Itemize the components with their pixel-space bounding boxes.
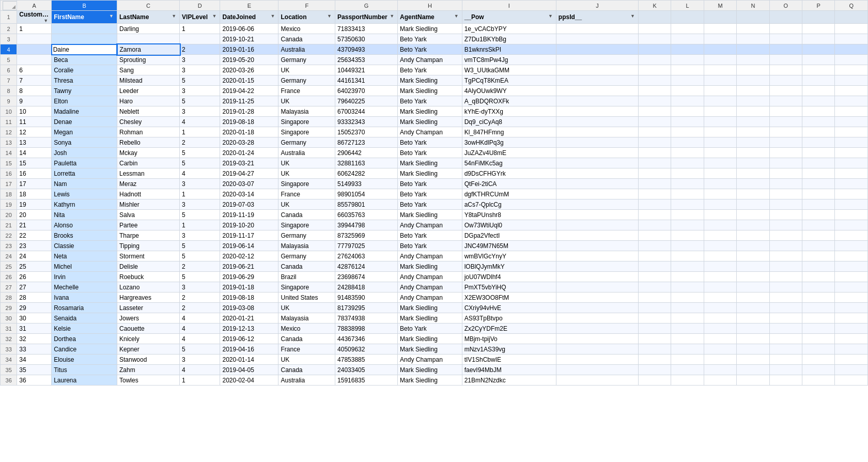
cell-r17-c9[interactable]: QtFei-2tiCA xyxy=(462,179,556,189)
cell-r24-c11[interactable] xyxy=(638,251,671,261)
cell-r9-c17[interactable] xyxy=(835,96,868,106)
col-header-F[interactable]: F xyxy=(278,1,335,11)
row-num-9[interactable]: 9 xyxy=(1,96,17,106)
col-header-C[interactable]: C xyxy=(117,1,180,11)
cell-r19-c5[interactable]: 2019-07-03 xyxy=(220,199,278,210)
cell-r29-c15[interactable] xyxy=(769,303,802,313)
cell-r17-c17[interactable] xyxy=(835,179,868,189)
cell-r28-c8[interactable]: Andy Champan xyxy=(398,292,462,303)
cell-r19-c12[interactable] xyxy=(671,199,704,210)
cell-r18-c15[interactable] xyxy=(769,189,802,199)
cell-r5-c3[interactable]: Sprouting xyxy=(117,55,180,65)
cell-r6-c6[interactable]: UK xyxy=(278,65,335,75)
cell-r17-c10[interactable] xyxy=(556,179,638,189)
cell-r24-c6[interactable]: Germany xyxy=(278,251,335,261)
cell-r15-c11[interactable] xyxy=(638,158,671,168)
cell-r21-c1[interactable]: 21 xyxy=(17,220,52,230)
row-num-26[interactable]: 26 xyxy=(1,272,17,282)
cell-r20-c3[interactable]: Salva xyxy=(117,210,180,220)
cell-r3-c2[interactable] xyxy=(52,34,117,44)
col-header-G[interactable]: G xyxy=(335,1,398,11)
cell-r33-c2[interactable]: Candice xyxy=(52,344,117,355)
cell-r7-c5[interactable]: 2020-01-15 xyxy=(220,75,278,86)
cell-r8-c8[interactable]: Mark Siedling xyxy=(398,86,462,96)
cell-r26-c5[interactable]: 2019-06-29 xyxy=(220,272,278,282)
cell-r6-c2[interactable]: Coralie xyxy=(52,65,117,75)
cell-r3-c7[interactable]: 57350630 xyxy=(335,34,398,44)
cell-r12-c4[interactable]: 1 xyxy=(180,127,220,137)
col-header-Q[interactable]: Q xyxy=(835,1,868,11)
cell-r36-c6[interactable]: Australia xyxy=(278,375,335,386)
row-num-27[interactable]: 27 xyxy=(1,282,17,292)
cell-r30-c11[interactable] xyxy=(638,313,671,324)
row-num-31[interactable]: 31 xyxy=(1,324,17,334)
cell-r15-c2[interactable]: Pauletta xyxy=(52,158,117,168)
cell-r23-c14[interactable] xyxy=(737,241,769,251)
cell-r3-c17[interactable] xyxy=(835,34,868,44)
cell-r4-c3[interactable]: Zamora xyxy=(117,44,180,55)
cell-r2-c4[interactable]: 1 xyxy=(180,24,220,34)
cell-r30-c9[interactable]: AS93TpBtvpo xyxy=(462,313,556,324)
cell-r22-c2[interactable]: Brooks xyxy=(52,230,117,241)
cell-r3-c5[interactable]: 2019-10-21 xyxy=(220,34,278,44)
cell-r8-c3[interactable]: Leeder xyxy=(117,86,180,96)
cell-r36-c15[interactable] xyxy=(769,375,802,386)
header-LastName[interactable]: LastName ▼ xyxy=(117,11,180,24)
cell-r10-c7[interactable]: 67003244 xyxy=(335,106,398,117)
cell-r26-c12[interactable] xyxy=(671,272,704,282)
cell-r12-c9[interactable]: Kl_847HFmng xyxy=(462,127,556,137)
cell-r31-c11[interactable] xyxy=(638,324,671,334)
cell-r26-c4[interactable]: 5 xyxy=(180,272,220,282)
cell-r11-c6[interactable]: Singapore xyxy=(278,117,335,127)
cell-r34-c4[interactable]: 3 xyxy=(180,355,220,365)
cell-r23-c11[interactable] xyxy=(638,241,671,251)
cell-r16-c2[interactable]: Lorretta xyxy=(52,168,117,179)
cell-r20-c2[interactable]: Nita xyxy=(52,210,117,220)
cell-r14-c11[interactable] xyxy=(638,148,671,158)
cell-r16-c13[interactable] xyxy=(704,168,736,179)
cell-r11-c10[interactable] xyxy=(556,117,638,127)
cell-r32-c12[interactable] xyxy=(671,334,704,344)
cell-r15-c6[interactable]: UK xyxy=(278,158,335,168)
cell-r16-c11[interactable] xyxy=(638,168,671,179)
row-num-8[interactable]: 8 xyxy=(1,86,17,96)
cell-r13-c14[interactable] xyxy=(737,137,769,148)
cell-r27-c4[interactable]: 3 xyxy=(180,282,220,292)
cell-r13-c3[interactable]: Rebello xyxy=(117,137,180,148)
cell-r11-c7[interactable]: 93332343 xyxy=(335,117,398,127)
cell-r4-c11[interactable] xyxy=(638,44,671,55)
cell-r23-c4[interactable]: 5 xyxy=(180,241,220,251)
cell-r8-c16[interactable] xyxy=(802,86,835,96)
cell-r25-c10[interactable] xyxy=(556,261,638,272)
cell-r6-c8[interactable]: Beto Yark xyxy=(398,65,462,75)
cell-r36-c13[interactable] xyxy=(704,375,736,386)
cell-r21-c11[interactable] xyxy=(638,220,671,230)
row-num-17[interactable]: 17 xyxy=(1,179,17,189)
cell-r27-c2[interactable]: Mechelle xyxy=(52,282,117,292)
cell-r13-c5[interactable]: 2020-03-28 xyxy=(220,137,278,148)
cell-r34-c10[interactable] xyxy=(556,355,638,365)
cell-r22-c9[interactable]: DGpa2VfectI xyxy=(462,230,556,241)
cell-r13-c4[interactable]: 2 xyxy=(180,137,220,148)
cell-r2-c10[interactable] xyxy=(556,24,638,34)
cell-r34-c16[interactable] xyxy=(802,355,835,365)
cell-r11-c15[interactable] xyxy=(769,117,802,127)
cell-r6-c10[interactable] xyxy=(556,65,638,75)
cell-r23-c15[interactable] xyxy=(769,241,802,251)
cell-r22-c4[interactable]: 3 xyxy=(180,230,220,241)
cell-r34-c17[interactable] xyxy=(835,355,868,365)
cell-r10-c2[interactable]: Madaline xyxy=(52,106,117,117)
header-N[interactable] xyxy=(737,11,769,24)
cell-r22-c6[interactable]: Germany xyxy=(278,230,335,241)
cell-r9-c5[interactable]: 2019-11-25 xyxy=(220,96,278,106)
cell-r2-c15[interactable] xyxy=(769,24,802,34)
cell-r7-c7[interactable]: 44161341 xyxy=(335,75,398,86)
cell-r13-c9[interactable]: 3owHKdlPq3g xyxy=(462,137,556,148)
cell-r20-c1[interactable]: 20 xyxy=(17,210,52,220)
cell-r25-c17[interactable] xyxy=(835,261,868,272)
cell-r25-c7[interactable]: 42876124 xyxy=(335,261,398,272)
row-num-3[interactable]: 3 xyxy=(1,34,17,44)
cell-r19-c2[interactable]: Kathyrn xyxy=(52,199,117,210)
cell-r31-c3[interactable]: Caouette xyxy=(117,324,180,334)
cell-r20-c9[interactable]: Y8taPUnshr8 xyxy=(462,210,556,220)
